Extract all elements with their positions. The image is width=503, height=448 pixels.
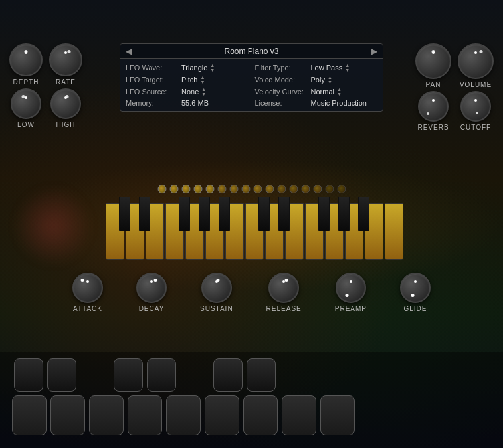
dot-9: [265, 185, 274, 193]
velocity-curve-label: Velocity Curve:: [255, 88, 308, 96]
lfo-wave-field: LFO Wave: Triangle ▲▼: [126, 63, 249, 72]
white-key-5[interactable]: [166, 395, 201, 435]
dot-3: [193, 185, 202, 193]
high-knob-group: HIGH: [49, 88, 82, 128]
memory-label: Memory:: [126, 99, 179, 107]
dot-7: [241, 185, 250, 193]
lfo-wave-value: Triangle: [181, 64, 207, 72]
dot-4: [205, 185, 214, 193]
dot-15: [337, 185, 346, 193]
lfo-wave-select[interactable]: ▲▼: [210, 63, 215, 72]
low-knob-group: LOW: [9, 88, 43, 128]
attack-group: ATTACK: [72, 273, 103, 312]
dot-10: [277, 185, 286, 193]
dot-2: [181, 185, 190, 193]
memory-value: 55.6 MB: [181, 99, 209, 107]
filter-type-label: Filter Type:: [255, 64, 308, 72]
black-key-2[interactable]: [47, 358, 76, 392]
cutoff-knob-group: CUTOFF: [458, 91, 494, 131]
white-key-6[interactable]: [205, 395, 239, 435]
sustain-knob[interactable]: [201, 273, 232, 303]
dot-14: [325, 185, 334, 193]
depth-knob[interactable]: [9, 43, 43, 76]
preamp-group: PREAMP: [335, 273, 367, 312]
lfo-source-select[interactable]: ▲▼: [201, 87, 206, 96]
black-keys-row: [9, 358, 494, 392]
glide-label: GLIDE: [403, 305, 427, 312]
black-key-5[interactable]: [213, 358, 243, 392]
pan-knob[interactable]: [415, 43, 451, 79]
filter-type-field: Filter Type: Low Pass ▲▼: [255, 63, 378, 72]
dot-8: [253, 185, 262, 193]
volume-knob-group: VOLUME: [458, 43, 494, 88]
reverb-knob[interactable]: [418, 91, 449, 122]
white-key-1[interactable]: [12, 395, 47, 435]
voice-mode-select[interactable]: ▲▼: [328, 75, 332, 84]
decay-group: DECAY: [136, 273, 167, 312]
decay-label: DECAY: [139, 305, 165, 312]
left-knobs-panel: DEPTH RATE LOW HIGH: [9, 43, 82, 128]
right-knobs-panel: PAN VOLUME REVERB CUTOFF: [415, 43, 494, 131]
white-key-8[interactable]: [282, 395, 316, 435]
white-key-3[interactable]: [89, 395, 124, 435]
glide-group: GLIDE: [400, 273, 431, 312]
license-value: Music Production: [311, 99, 367, 107]
panel-row-0: LFO Wave: Triangle ▲▼ Filter Type: Low P…: [126, 62, 377, 74]
panel-row-3: Memory: 55.6 MB License: Music Productio…: [126, 98, 377, 108]
velocity-curve-select[interactable]: ▲▼: [337, 87, 342, 96]
low-knob[interactable]: [11, 88, 41, 119]
lfo-source-label: LFO Source:: [126, 88, 179, 96]
white-key-4[interactable]: [128, 395, 162, 435]
depth-knob-group: DEPTH: [9, 43, 43, 86]
white-key-2[interactable]: [50, 395, 85, 435]
rate-label: RATE: [56, 78, 76, 86]
preamp-knob[interactable]: [336, 273, 366, 303]
piano-keys-visual: [106, 197, 398, 260]
panel-right-arrow[interactable]: ▶: [371, 47, 377, 56]
volume-knob[interactable]: [458, 43, 494, 79]
sustain-group: SUSTAIN: [200, 273, 233, 312]
settings-panel: ◀ Room Piano v3 ▶ LFO Wave: Triangle ▲▼ …: [120, 43, 383, 112]
lfo-wave-label: LFO Wave:: [126, 64, 179, 72]
lfo-target-select[interactable]: ▲▼: [200, 75, 205, 84]
reverb-label: REVERB: [417, 124, 449, 131]
black-key-1[interactable]: [14, 358, 43, 392]
panel-left-arrow[interactable]: ◀: [126, 47, 132, 56]
lfo-source-value: None: [181, 88, 199, 96]
black-key-4[interactable]: [147, 358, 176, 392]
velocity-curve-value: Normal: [311, 88, 334, 96]
panel-row-2: LFO Source: None ▲▼ Velocity Curve: Norm…: [126, 86, 377, 98]
dot-13: [313, 185, 322, 193]
voice-mode-value: Poly: [311, 76, 325, 84]
panel-row-1: LFO Target: Pitch ▲▼ Voice Mode: Poly ▲▼: [126, 74, 377, 86]
white-key-9[interactable]: [320, 395, 355, 435]
release-group: RELEASE: [266, 273, 302, 312]
velocity-curve-field: Velocity Curve: Normal ▲▼: [255, 87, 378, 96]
reverb-knob-group: REVERB: [415, 91, 451, 131]
filter-type-select[interactable]: ▲▼: [345, 63, 350, 72]
dot-11: [289, 185, 298, 193]
license-label: License:: [255, 99, 308, 107]
white-key-7[interactable]: [243, 395, 278, 435]
depth-label: DEPTH: [13, 78, 39, 86]
filter-type-value: Low Pass: [311, 64, 343, 72]
dot-6: [229, 185, 238, 193]
glide-knob[interactable]: [400, 273, 431, 303]
lfo-target-value: Pitch: [181, 76, 197, 84]
attack-knob[interactable]: [72, 273, 103, 303]
cutoff-knob[interactable]: [460, 91, 491, 122]
voice-mode-label: Voice Mode:: [255, 76, 308, 84]
white-keys-row: [9, 395, 494, 435]
volume-label: VOLUME: [460, 81, 492, 88]
decay-knob[interactable]: [136, 273, 167, 303]
license-field: License: Music Production: [255, 99, 378, 107]
release-knob[interactable]: [268, 273, 299, 303]
dot-1: [169, 185, 178, 193]
high-knob[interactable]: [50, 88, 81, 119]
voice-mode-field: Voice Mode: Poly ▲▼: [255, 75, 378, 84]
black-key-6[interactable]: [247, 358, 276, 392]
dots-row: [157, 185, 346, 193]
sustain-label: SUSTAIN: [200, 305, 233, 312]
rate-knob[interactable]: [49, 43, 82, 76]
black-key-3[interactable]: [114, 358, 143, 392]
